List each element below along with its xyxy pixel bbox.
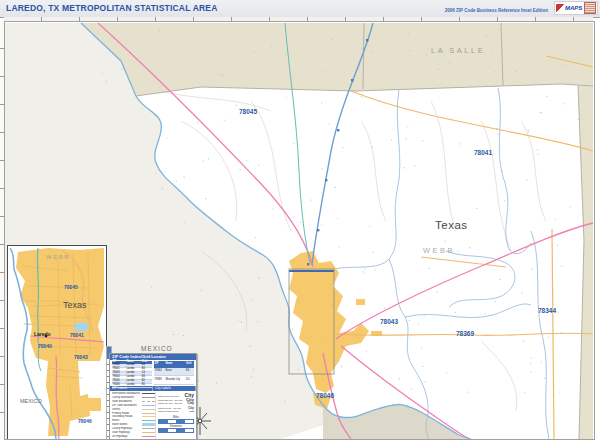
inset-county-label: WEBB [46, 254, 70, 260]
inset-city-label: Laredo [34, 331, 51, 337]
zip-label-78046: 78046 [316, 392, 334, 399]
legend-city-item: Cities Under 5,000City [158, 410, 194, 415]
zip-label-78043: 78043 [380, 318, 398, 325]
legend-line-items: International Boundaries County Boundari… [112, 392, 155, 440]
zip-label-78045: 78045 [239, 108, 257, 115]
zip-label-78344: 78344 [538, 307, 556, 314]
title-bar: LAREDO, TX METROPOLITAN STATISTICAL AREA… [0, 0, 600, 18]
index-row: 78344BruniE4 [154, 368, 194, 376]
index-zip: 78344 [154, 368, 165, 376]
zip-labels-header: ZIP Labels [110, 386, 153, 391]
index-header: Name [165, 361, 186, 368]
logo-triangle-icon [556, 4, 564, 12]
inset-zip-78043: 78043 [74, 354, 88, 360]
legend-sub-bar: ZIP Labels City Labels [110, 386, 196, 391]
zip-boundaries [335, 88, 549, 439]
county-label-la-salle: LA SALLE [431, 46, 485, 55]
county-label-webb: WEBB [423, 246, 455, 255]
main-map[interactable]: LA SALLE 78045 78041 Texas WEBB 78043 78… [4, 21, 595, 440]
primary-roads [336, 56, 593, 439]
index-name: Bruni [165, 368, 186, 376]
km-bar [158, 428, 194, 432]
index-header: Grid [186, 361, 194, 368]
country-label-mexico: MEXICO [141, 345, 173, 352]
logo-brand-text: MAPS [565, 5, 582, 11]
index-name: Mirando City [165, 376, 186, 385]
inset-country-label: MEXICO [20, 398, 42, 404]
zip-index-table-right: ZIP Name Grid 78344BruniE4 78369Mirando … [154, 361, 194, 385]
zip-label-78369: 78369 [456, 330, 474, 337]
inset-zip-78045: 78045 [64, 284, 78, 290]
zip-index-table-left: ZIP Name Grid 78040LaredoB4 78041LaredoB… [112, 361, 152, 388]
index-header: ZIP [154, 361, 165, 368]
inset-zip-78041: 78041 [70, 332, 84, 338]
legend-box: ZIP Code Index/Grid Locator ZIP Name Gri… [109, 353, 197, 440]
county-hwy-sample [142, 428, 155, 429]
us-hwy-sample [142, 436, 155, 437]
mexico-south-area [323, 404, 471, 439]
water-bodies-sample [142, 423, 155, 426]
intl-boundary-sample [142, 393, 155, 394]
inset-urban-patch [88, 398, 101, 411]
edition-label: 2006 ZIP Code Business Reference Inset E… [445, 8, 548, 13]
inset-state-label: Texas [63, 300, 87, 310]
scale-bar-miles: Miles [158, 416, 194, 423]
logo-badge-icon [584, 2, 596, 14]
legend-city-items: Cities Over 50,000City Cities 25,000 - 5… [155, 392, 194, 440]
rivers-sample [142, 420, 155, 421]
primary-roads-sample [142, 413, 155, 414]
legend-item: Water Bodies [112, 423, 155, 427]
state-label-texas: Texas [435, 219, 468, 231]
inset-terrain [8, 246, 106, 439]
inset-lake [73, 323, 89, 332]
inset-map[interactable]: WEBB 78045 Texas Laredo 78041 78040 7804… [7, 245, 107, 440]
city-marker [307, 263, 309, 265]
scale-bar-km: Kilometers [158, 425, 194, 432]
city-labels-header: City Labels [153, 386, 196, 391]
zip-boundary-sample [142, 405, 155, 406]
state-hwy-sample [142, 432, 155, 433]
publisher-logo: MAPS [554, 1, 598, 15]
map-title: LAREDO, TX METROPOLITAN STATISTICAL AREA [6, 3, 218, 13]
index-zip: 78369 [154, 376, 165, 385]
index-grid: D4 [186, 376, 194, 385]
streets-sample [142, 409, 155, 410]
miles-bar [158, 419, 194, 423]
zip-index-tables: ZIP Name Grid 78040LaredoB4 78041LaredoB… [110, 360, 196, 386]
zip-label-78041: 78041 [474, 149, 492, 156]
secondary-roads-sample [142, 416, 155, 417]
index-grid: E4 [186, 368, 194, 376]
inset-zip-78040: 78040 [38, 343, 52, 349]
state-boundary-sample [142, 401, 155, 402]
inset-zip-78046: 78046 [78, 418, 92, 424]
county-boundary-sample [142, 397, 155, 398]
index-row: 78369Mirando CityD4 [154, 376, 194, 385]
